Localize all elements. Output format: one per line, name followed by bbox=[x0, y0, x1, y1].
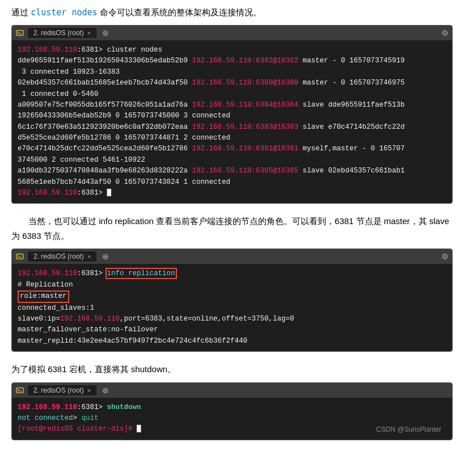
terminal-cluster-nodes: 2. redisOS (root) × ⊕ ⚙ 192.168.59.110:6… bbox=[11, 25, 453, 204]
terminal-icon-2 bbox=[15, 252, 24, 261]
tab-3[interactable]: 2. redisOS (root) × bbox=[28, 385, 96, 395]
intro-text1: 通过 bbox=[11, 7, 31, 17]
watermark-text: CSDN @SunsPlanter bbox=[376, 426, 441, 433]
tab-3-close[interactable]: × bbox=[87, 387, 91, 394]
settings-icon[interactable]: ⚙ bbox=[441, 28, 449, 37]
add-tab-2-icon[interactable]: ⊕ bbox=[102, 252, 109, 261]
bottom-paragraph: 为了模拟 6381 宕机，直接将其 shutdown。 bbox=[11, 362, 453, 377]
settings-2-icon[interactable]: ⚙ bbox=[441, 252, 449, 261]
titlebar-2: 2. redisOS (root) × ⊕ ⚙ bbox=[12, 249, 452, 264]
terminal-2-body: 192.168.59.110:6381> info replication # … bbox=[12, 264, 452, 351]
tab-1-label: 2. redisOS (root) bbox=[33, 29, 84, 37]
middle-text-content: 当然，也可以通过 info replication 查看当前客户端连接的节点的角… bbox=[11, 216, 449, 241]
terminal-1-body: 192.168.59.110:6381> cluster nodes dde96… bbox=[12, 40, 452, 203]
tab-2-close[interactable]: × bbox=[87, 253, 91, 260]
tab-2-label: 2. redisOS (root) bbox=[33, 252, 84, 260]
intro-text2: 命令可以查看系统的整体架构及连接情况。 bbox=[98, 7, 261, 17]
intro-cmd: cluster nodes bbox=[31, 7, 97, 18]
tab-2[interactable]: 2. redisOS (root) × bbox=[28, 251, 96, 262]
add-tab-icon[interactable]: ⊕ bbox=[102, 28, 109, 37]
info-replication-highlight: info replication bbox=[107, 269, 175, 277]
intro-paragraph: 通过 cluster nodes 命令可以查看系统的整体架构及连接情况。 bbox=[11, 6, 453, 19]
tab-1[interactable]: 2. redisOS (root) × bbox=[28, 28, 96, 38]
watermark: CSDN @SunsPlanter bbox=[376, 426, 441, 433]
terminal-icon bbox=[15, 28, 24, 37]
titlebar-3: 2. redisOS (root) × ⊕ bbox=[12, 383, 452, 398]
terminal-icon-3 bbox=[15, 386, 24, 395]
role-master-highlight: role:master bbox=[18, 290, 69, 303]
tab-3-label: 2. redisOS (root) bbox=[33, 386, 84, 394]
titlebar-1: 2. redisOS (root) × ⊕ ⚙ bbox=[12, 26, 452, 40]
terminal-info-replication: 2. redisOS (root) × ⊕ ⚙ 192.168.59.110:6… bbox=[11, 248, 453, 352]
bottom-text-content: 为了模拟 6381 宕机，直接将其 shutdown。 bbox=[11, 364, 176, 374]
tab-1-close[interactable]: × bbox=[87, 30, 91, 36]
middle-paragraph: 当然，也可以通过 info replication 查看当前客户端连接的节点的角… bbox=[11, 214, 453, 243]
add-tab-3-icon[interactable]: ⊕ bbox=[102, 386, 109, 395]
